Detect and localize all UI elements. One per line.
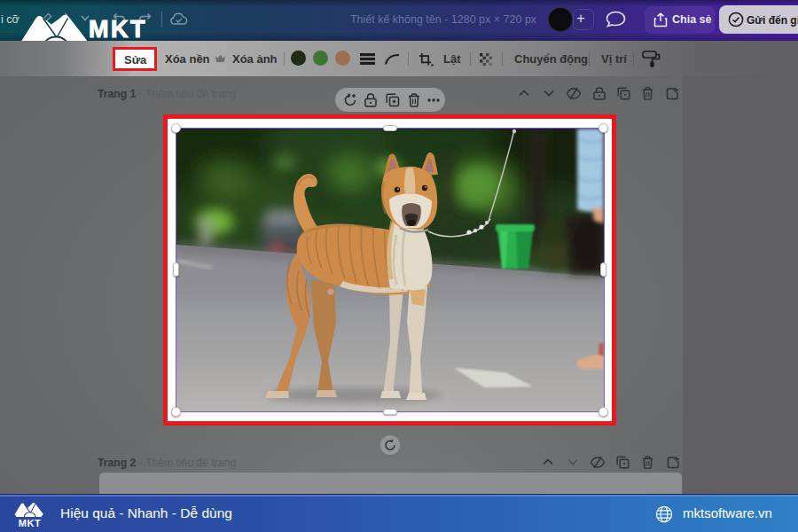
svg-text:MKT: MKT xyxy=(19,518,41,528)
svg-text:MKT: MKT xyxy=(89,16,147,43)
